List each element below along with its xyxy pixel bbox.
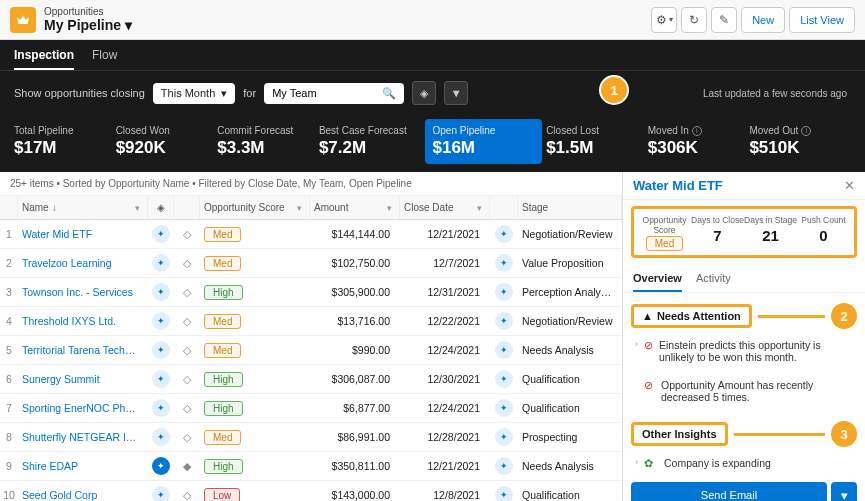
team-input[interactable] xyxy=(272,87,376,99)
einstein-icon[interactable]: ✦ xyxy=(152,225,170,243)
table-row[interactable]: 7Sporting EnerNOC Ph…✦◇High$6,877.0012/2… xyxy=(0,394,622,423)
einstein-icon[interactable]: ✦ xyxy=(152,486,170,501)
einstein-icon[interactable]: ✦ xyxy=(152,457,170,475)
bookmark-icon[interactable]: ◇ xyxy=(183,431,191,443)
metric-card[interactable]: Commit Forecast$3.3M xyxy=(217,121,319,162)
metric-card[interactable]: Best Case Forecast$7.2M xyxy=(319,121,421,162)
metric-card[interactable]: Moved In i$306K xyxy=(648,121,750,162)
bookmark-icon[interactable]: ◇ xyxy=(183,228,191,240)
einstein-icon[interactable]: ✦ xyxy=(495,254,513,272)
negative-icon: ⊘ xyxy=(644,379,655,403)
einstein-icon[interactable]: ✦ xyxy=(495,312,513,330)
chevron-down-icon: ▾ xyxy=(387,203,395,213)
date-range-select[interactable]: This Month▾ xyxy=(153,83,235,104)
einstein-icon[interactable]: ✦ xyxy=(152,254,170,272)
stage-cell: Negotiation/Review xyxy=(518,307,622,335)
einstein-icon[interactable]: ✦ xyxy=(152,312,170,330)
send-email-button[interactable]: Send Email xyxy=(631,482,827,501)
bookmark-icon[interactable]: ◇ xyxy=(183,344,191,356)
bookmark-icon[interactable]: ◇ xyxy=(183,257,191,269)
opportunity-link[interactable]: Water Mid ETF xyxy=(22,228,92,240)
bookmark-icon[interactable]: ◇ xyxy=(183,373,191,385)
opportunity-link[interactable]: Shire EDAP xyxy=(22,460,78,472)
table-row[interactable]: 1Water Mid ETF✦◇Med$144,144.0012/21/2021… xyxy=(0,220,622,249)
col-icon xyxy=(490,196,518,219)
einstein-icon[interactable]: ✦ xyxy=(152,428,170,446)
metric-card[interactable]: Open Pipeline$16M xyxy=(425,119,543,164)
list-view-button[interactable]: List View xyxy=(789,7,855,33)
metric-label: Commit Forecast xyxy=(217,125,319,136)
einstein-icon[interactable]: ✦ xyxy=(152,370,170,388)
einstein-icon[interactable]: ✦ xyxy=(495,283,513,301)
metric-card[interactable]: Closed Lost$1.5M xyxy=(546,121,648,162)
send-email-dropdown[interactable]: ▾ xyxy=(831,482,857,501)
opportunity-link[interactable]: Sporting EnerNOC Ph… xyxy=(22,402,136,414)
einstein-icon[interactable]: ✦ xyxy=(152,399,170,417)
table-row[interactable]: 10Seed Gold Corp✦◇Low$143,000.0012/8/202… xyxy=(0,481,622,501)
einstein-icon[interactable]: ✦ xyxy=(495,370,513,388)
bookmark-icon[interactable]: ◇ xyxy=(183,315,191,327)
insight-text: Company is expanding xyxy=(664,457,771,469)
edit-button[interactable]: ✎ xyxy=(711,7,737,33)
stage-cell: Qualification xyxy=(518,481,622,501)
table-row[interactable]: 5Territorial Tarena Tech…✦◇Med$990.0012/… xyxy=(0,336,622,365)
col-score[interactable]: Opportunity Score▾ xyxy=(200,196,310,219)
new-button[interactable]: New xyxy=(741,7,785,33)
opportunity-link[interactable]: Seed Gold Corp xyxy=(22,489,97,501)
detail-title[interactable]: Water Mid ETF xyxy=(633,178,844,193)
opportunity-link[interactable]: Travelzoo Learning xyxy=(22,257,112,269)
col-close-date[interactable]: Close Date▾ xyxy=(400,196,490,219)
tab-inspection[interactable]: Inspection xyxy=(14,48,74,70)
col-name[interactable]: Name ↓▾ xyxy=(18,196,148,219)
einstein-icon[interactable]: ✦ xyxy=(152,283,170,301)
insight-item[interactable]: ›⊘Einstein predicts this opportunity is … xyxy=(623,335,865,367)
einstein-icon[interactable]: ✦ xyxy=(495,399,513,417)
einstein-icon[interactable]: ✦ xyxy=(495,428,513,446)
opportunity-link[interactable]: Territorial Tarena Tech… xyxy=(22,344,135,356)
bookmark-filter-button[interactable]: ◈ xyxy=(412,81,436,105)
opportunity-link[interactable]: Threshold IXYS Ltd. xyxy=(22,315,116,327)
metric-card[interactable]: Closed Won$920K xyxy=(116,121,218,162)
amount-cell: $306,087.00 xyxy=(310,365,400,393)
col-stage[interactable]: Stage xyxy=(518,196,622,219)
metric-card[interactable]: Total Pipeline$17M xyxy=(14,121,116,162)
einstein-icon[interactable]: ✦ xyxy=(495,341,513,359)
filter-button[interactable]: ▼ xyxy=(444,81,468,105)
table-row[interactable]: 9Shire EDAP✦◆High$350,811.0012/21/2021✦N… xyxy=(0,452,622,481)
last-updated: Last updated a few seconds ago xyxy=(703,88,847,99)
insight-text: Opportunity Amount has recently decrease… xyxy=(661,379,853,403)
table-row[interactable]: 6Sunergy Summit✦◇High$306,087.0012/30/20… xyxy=(0,365,622,394)
team-search[interactable]: 🔍 xyxy=(264,83,404,104)
tab-flow[interactable]: Flow xyxy=(92,48,117,70)
table-row[interactable]: 4Threshold IXYS Ltd.✦◇Med$13,716.0012/22… xyxy=(0,307,622,336)
close-button[interactable]: ✕ xyxy=(844,178,855,193)
settings-button[interactable]: ⚙▾ xyxy=(651,7,677,33)
opportunity-link[interactable]: Townson Inc. - Services xyxy=(22,286,133,298)
row-index: 7 xyxy=(0,394,18,422)
einstein-icon[interactable]: ✦ xyxy=(495,457,513,475)
bookmark-icon[interactable]: ◆ xyxy=(183,460,191,472)
insight-item[interactable]: ›⊘Opportunity Amount has recently decrea… xyxy=(623,375,865,407)
einstein-icon[interactable]: ✦ xyxy=(495,486,513,501)
bookmark-icon[interactable]: ◇ xyxy=(183,402,191,414)
bookmark-icon[interactable]: ◇ xyxy=(183,286,191,298)
tab-activity[interactable]: Activity xyxy=(696,266,731,292)
refresh-button[interactable]: ↻ xyxy=(681,7,707,33)
bookmark-icon[interactable]: ◇ xyxy=(183,489,191,501)
tab-overview[interactable]: Overview xyxy=(633,266,682,292)
col-amount[interactable]: Amount▾ xyxy=(310,196,400,219)
table-row[interactable]: 8Shutterfly NETGEAR I…✦◇Med$86,991.0012/… xyxy=(0,423,622,452)
insight-item[interactable]: ›✿Company is expanding xyxy=(623,453,865,473)
table-row[interactable]: 2Travelzoo Learning✦◇Med$102,750.0012/7/… xyxy=(0,249,622,278)
close-date-cell: 12/21/2021 xyxy=(400,452,490,480)
page-title[interactable]: My Pipeline ▾ xyxy=(44,17,132,33)
table-row[interactable]: 3Townson Inc. - Services✦◇High$305,900.0… xyxy=(0,278,622,307)
opportunity-link[interactable]: Shutterfly NETGEAR I… xyxy=(22,431,136,443)
close-date-cell: 12/21/2021 xyxy=(400,220,490,248)
positive-icon: ✿ xyxy=(644,457,658,469)
einstein-icon[interactable]: ✦ xyxy=(152,341,170,359)
einstein-icon[interactable]: ✦ xyxy=(495,225,513,243)
metric-card[interactable]: Moved Out i$510K xyxy=(749,121,851,162)
amount-cell: $86,991.00 xyxy=(310,423,400,451)
opportunity-link[interactable]: Sunergy Summit xyxy=(22,373,100,385)
